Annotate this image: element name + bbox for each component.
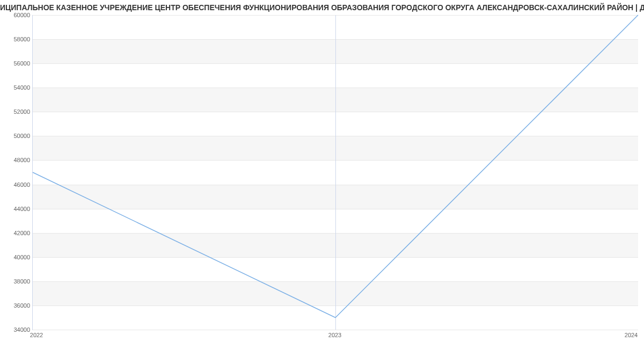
y-tick-label: 50000 <box>3 133 30 139</box>
y-tick-label: 58000 <box>3 36 30 42</box>
x-tick-label: 2024 <box>625 332 638 338</box>
y-tick-label: 54000 <box>3 84 30 91</box>
y-tick-label: 40000 <box>3 254 30 260</box>
y-tick-label: 48000 <box>3 157 30 163</box>
chart-title: ИЦИПАЛЬНОЕ КАЗЕННОЕ УЧРЕЖДЕНИЕ ЦЕНТР ОБЕ… <box>0 3 644 12</box>
y-tick-label: 44000 <box>3 206 30 212</box>
y-tick-label: 36000 <box>3 302 30 309</box>
x-tick-label: 2023 <box>328 332 341 338</box>
y-tick-label: 56000 <box>3 60 30 67</box>
y-tick-label: 42000 <box>3 230 30 236</box>
x-tick-label: 2022 <box>30 332 43 338</box>
line-series <box>33 15 638 330</box>
y-tick-label: 38000 <box>3 278 30 285</box>
plot-area <box>32 15 638 330</box>
y-tick-label: 60000 <box>3 12 30 18</box>
y-tick-label: 52000 <box>3 108 30 115</box>
gridline <box>33 330 638 330</box>
y-tick-label: 46000 <box>3 181 30 188</box>
y-tick-label: 34000 <box>3 326 30 333</box>
